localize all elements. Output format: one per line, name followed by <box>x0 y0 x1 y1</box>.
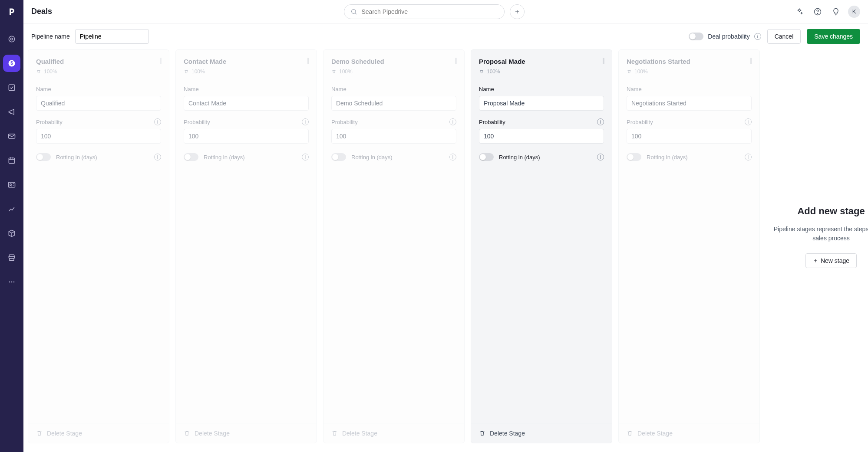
delete-stage-button[interactable]: Delete Stage <box>28 423 169 443</box>
drag-handle-icon[interactable]: || <box>602 57 604 65</box>
stage-title: Qualified <box>36 57 64 66</box>
svg-rect-4 <box>9 85 14 90</box>
stage-prob-summary: 100% <box>479 69 525 75</box>
delete-stage-button[interactable]: Delete Stage <box>176 423 317 443</box>
rotting-toggle[interactable] <box>627 153 641 161</box>
info-icon[interactable]: i <box>597 118 604 125</box>
nav-more-icon[interactable] <box>3 273 20 291</box>
left-nav: $ <box>0 0 23 452</box>
stage-name-label: Name <box>36 86 161 92</box>
svg-text:$: $ <box>10 61 13 66</box>
stage-probability-input[interactable] <box>184 129 309 144</box>
svg-point-9 <box>9 282 10 283</box>
nav-campaigns-icon[interactable] <box>3 103 20 121</box>
stage-column: Contact Made 100% || Name Probability i … <box>175 49 317 443</box>
nav-contacts-icon[interactable] <box>3 176 20 193</box>
svg-rect-6 <box>9 158 14 164</box>
pipeline-name-label: Pipeline name <box>31 33 70 40</box>
stage-name-input[interactable] <box>627 96 752 111</box>
info-icon[interactable]: i <box>597 154 604 160</box>
info-icon[interactable]: i <box>302 154 309 160</box>
info-icon[interactable]: i <box>302 118 309 125</box>
info-icon[interactable]: i <box>449 118 456 125</box>
trash-icon <box>627 430 633 436</box>
info-icon[interactable]: i <box>449 154 456 160</box>
pipeline-name-input[interactable] <box>75 29 149 44</box>
stage-title: Proposal Made <box>479 57 525 66</box>
svg-point-12 <box>351 10 355 13</box>
stage-name-label: Name <box>331 86 456 92</box>
stage-prob-summary: 100% <box>331 69 384 75</box>
new-stage-button[interactable]: New stage <box>805 253 857 268</box>
cancel-button[interactable]: Cancel <box>767 29 801 44</box>
referral-icon[interactable] <box>793 6 805 18</box>
stage-probability-input[interactable] <box>36 129 161 144</box>
rotting-toggle[interactable] <box>36 153 51 161</box>
rotting-label: Rotting in (days) <box>351 154 393 160</box>
stage-name-label: Name <box>479 86 604 92</box>
nav-activities-icon[interactable] <box>3 152 20 169</box>
trash-icon <box>331 430 338 436</box>
stage-probability-label: Probability i <box>36 118 161 125</box>
deal-probability-toggle[interactable] <box>689 33 703 40</box>
drag-handle-icon[interactable]: || <box>455 57 456 65</box>
rotting-toggle[interactable] <box>331 153 346 161</box>
nav-products-icon[interactable] <box>3 225 20 242</box>
topbar: Deals <box>23 0 868 23</box>
nav-deals-icon[interactable]: $ <box>3 55 20 72</box>
svg-point-1 <box>11 38 13 40</box>
tips-icon[interactable] <box>830 6 842 18</box>
stage-probability-input[interactable] <box>479 129 604 144</box>
delete-stage-button[interactable]: Delete Stage <box>619 423 759 443</box>
stage-name-input[interactable] <box>479 96 604 111</box>
add-stage-title: Add new stage <box>797 206 865 217</box>
search-icon <box>350 8 357 15</box>
nav-marketplace-icon[interactable] <box>3 249 20 266</box>
nav-projects-icon[interactable] <box>3 79 20 96</box>
info-icon[interactable]: i <box>154 118 161 125</box>
user-avatar[interactable]: K <box>848 6 860 18</box>
deal-probability-label: Deal probability <box>708 33 750 40</box>
nav-leads-icon[interactable] <box>3 30 20 48</box>
drag-handle-icon[interactable]: || <box>159 57 161 65</box>
stage-prob-summary: 100% <box>184 69 226 75</box>
rotting-toggle[interactable] <box>479 153 494 161</box>
stage-probability-input[interactable] <box>627 129 752 144</box>
nav-insights-icon[interactable] <box>3 200 20 218</box>
page-title: Deals <box>31 7 52 16</box>
svg-rect-7 <box>9 182 15 187</box>
delete-stage-button[interactable]: Delete Stage <box>323 423 464 443</box>
stage-column: Qualified 100% || Name Probability i Rot… <box>28 49 169 443</box>
drag-handle-icon[interactable]: || <box>750 57 752 65</box>
rotting-toggle[interactable] <box>184 153 198 161</box>
stage-probability-label: Probability i <box>331 118 456 125</box>
trash-icon <box>479 430 485 436</box>
add-stage-panel: Add new stage Pipeline stages represent … <box>766 49 868 443</box>
quick-add-button[interactable] <box>510 4 525 19</box>
stage-name-input[interactable] <box>331 96 456 111</box>
delete-stage-button[interactable]: Delete Stage <box>471 423 612 443</box>
stage-name-input[interactable] <box>184 96 309 111</box>
rotting-label: Rotting in (days) <box>204 154 245 160</box>
info-icon[interactable]: i <box>745 118 752 125</box>
nav-mail-icon[interactable] <box>3 128 20 145</box>
rotting-label: Rotting in (days) <box>56 154 97 160</box>
drag-handle-icon[interactable]: || <box>307 57 309 65</box>
search-input[interactable] <box>362 8 498 15</box>
svg-point-10 <box>11 282 13 283</box>
stage-name-input[interactable] <box>36 96 161 111</box>
svg-point-0 <box>9 36 14 42</box>
save-button[interactable]: Save changes <box>807 29 860 44</box>
add-stage-description: Pipeline stages represent the steps in y… <box>766 225 868 243</box>
app-logo <box>0 0 23 23</box>
search-box[interactable] <box>344 4 505 19</box>
trash-icon <box>184 430 190 436</box>
info-icon[interactable]: i <box>154 154 161 160</box>
info-icon[interactable]: i <box>745 154 752 160</box>
svg-point-11 <box>13 282 15 283</box>
info-icon[interactable]: i <box>754 33 761 40</box>
stage-probability-input[interactable] <box>331 129 456 144</box>
stage-column: Demo Scheduled 100% || Name Probability … <box>323 49 465 443</box>
trash-icon <box>36 430 43 436</box>
help-icon[interactable] <box>812 6 824 18</box>
